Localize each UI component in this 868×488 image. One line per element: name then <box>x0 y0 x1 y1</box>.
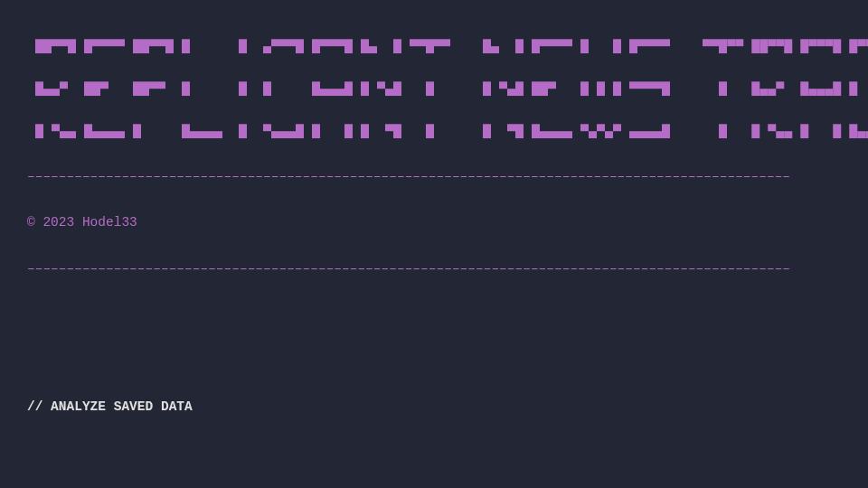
terminal-output: ██▀▀█ █▀▀▀▀ ██▀▀█ █ █ ▄▀▀▀█ █▀▀▀█ █▄ █ ▀… <box>0 0 868 488</box>
copyright: © 2023 Hodel33 <box>27 215 868 230</box>
banner-rule-bottom: ––––––––––––––––––––––––––––––––––––––––… <box>27 261 868 277</box>
banner-rule-top: ––––––––––––––––––––––––––––––––––––––––… <box>27 169 868 184</box>
banner-line-3: █ ▀▄▄ █▄▄▄▄ █ █▄▄▄▄ █ ▀▄▄▄█ █ █ █ ▀█ █ █… <box>27 127 868 138</box>
banner-line-1: ██▀▀█ █▀▀▀▀ ██▀▀█ █ █ ▄▀▀▀█ █▀▀▀█ █▄ █ ▀… <box>27 42 868 53</box>
banner-line-2: █▄▄▀ ██▀ ██▀▀ █ █ █ █▄▄▄█ █ ▀▄█ █ █ ▀▄█ … <box>27 84 868 96</box>
section-header: // ANALYZE SAVED DATA <box>27 399 868 415</box>
